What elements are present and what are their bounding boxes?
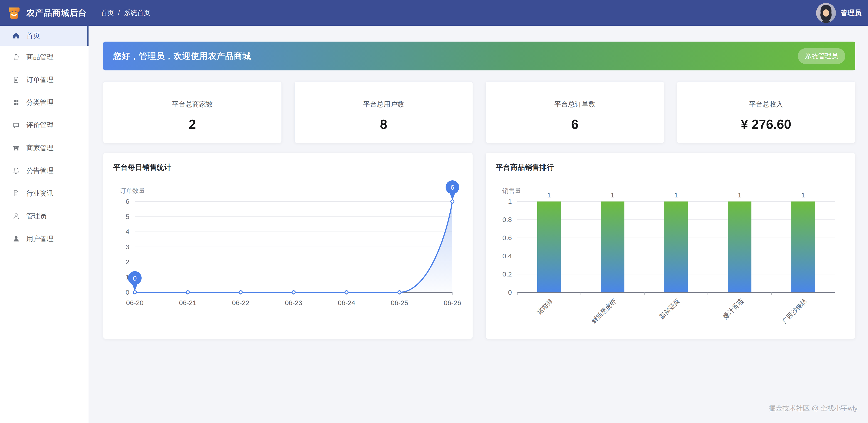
stat-card-merchant-total: 平台总商家数2	[103, 81, 282, 143]
svg-text:订单数量: 订单数量	[120, 187, 145, 194]
sidebar-item-label: 评价管理	[26, 121, 54, 130]
svg-text:销售量: 销售量	[502, 187, 521, 194]
svg-text:06-21: 06-21	[179, 299, 196, 307]
stat-label: 平台总订单数	[486, 100, 664, 109]
sidebar-item-categories[interactable]: 分类管理	[0, 91, 89, 114]
storefront-icon	[12, 144, 20, 152]
app-title: 农产品商城后台	[26, 7, 87, 19]
welcome-banner: 您好，管理员，欢迎使用农产品商城 系统管理员	[103, 41, 855, 70]
role-badge: 系统管理员	[798, 48, 845, 64]
stat-label: 平台总用户数	[294, 100, 473, 109]
user-avatar[interactable]	[816, 3, 836, 23]
svg-text:鲜活黑虎虾: 鲜活黑虎虾	[590, 298, 618, 325]
svg-text:爆汁番茄: 爆汁番茄	[722, 298, 745, 320]
sidebar-nav: 首页商品管理订单管理分类管理评价管理商家管理公告管理行业资讯管理员用户管理	[0, 26, 89, 423]
sidebar-item-label: 分类管理	[26, 98, 54, 107]
svg-text:0: 0	[126, 288, 129, 296]
svg-text:4: 4	[126, 228, 129, 235]
svg-text:6: 6	[126, 198, 129, 205]
watermark: 掘金技术社区 @ 全栈小宇wly	[769, 404, 858, 413]
top-header: 农产品商城后台 首页 / 系统首页 管理员	[0, 0, 868, 26]
sidebar-item-label: 行业资讯	[26, 189, 54, 198]
sidebar-item-orders[interactable]: 订单管理	[0, 68, 89, 91]
sidebar-item-label: 商品管理	[26, 53, 54, 62]
stats-row: 平台总商家数2平台总用户数8平台总订单数6平台总收入¥ 276.60	[103, 81, 855, 143]
welcome-message: 您好，管理员，欢迎使用农产品商城	[113, 51, 251, 62]
sidebar-item-label: 公告管理	[26, 166, 54, 175]
product-ranking-chart-card: 平台商品销售排行 00.20.40.60.81销售量11111猪前排鲜活黑虎虾新…	[486, 153, 855, 339]
svg-text:0.8: 0.8	[502, 216, 512, 223]
svg-text:新鲜菠菜: 新鲜菠菜	[658, 298, 681, 320]
sidebar-item-label: 管理员	[26, 212, 47, 221]
sidebar-item-users[interactable]: 用户管理	[0, 227, 89, 250]
sidebar-item-merchants[interactable]: 商家管理	[0, 137, 89, 159]
breadcrumb-home[interactable]: 首页	[101, 8, 114, 18]
svg-text:06-22: 06-22	[232, 299, 249, 307]
main-content: 您好，管理员，欢迎使用农产品商城 系统管理员 平台总商家数2平台总用户数8平台总…	[89, 26, 868, 423]
svg-text:06-26: 06-26	[444, 299, 461, 307]
svg-text:1: 1	[611, 191, 615, 199]
grid-icon	[12, 98, 20, 106]
sidebar-item-news[interactable]: 行业资讯	[0, 182, 89, 205]
svg-text:1: 1	[508, 198, 512, 205]
stat-card-user-total: 平台总用户数8	[294, 81, 473, 143]
user-filled-icon	[12, 235, 20, 243]
user-name[interactable]: 管理员	[840, 8, 862, 18]
daily-sales-line-chart: 0123456订单数量06-2006-2106-2206-2306-2406-2…	[113, 174, 463, 333]
daily-sales-chart-card: 平台每日销售统计 0123456订单数量06-2006-2106-2206-23…	[103, 153, 473, 339]
order-file-icon	[12, 76, 20, 84]
svg-text:0.2: 0.2	[502, 270, 512, 278]
sidebar-item-label: 订单管理	[26, 75, 54, 85]
svg-text:3: 3	[126, 243, 129, 251]
sidebar-item-reviews[interactable]: 评价管理	[0, 114, 89, 137]
svg-text:06-20: 06-20	[126, 299, 144, 307]
svg-text:0: 0	[133, 275, 137, 282]
svg-text:0: 0	[508, 288, 512, 296]
sidebar-item-label: 商家管理	[26, 143, 54, 153]
sidebar-item-home[interactable]: 首页	[0, 26, 89, 46]
sidebar-item-announcements[interactable]: 公告管理	[0, 159, 89, 182]
svg-text:1: 1	[547, 191, 551, 199]
shopping-bag-icon	[12, 53, 20, 61]
breadcrumb-current[interactable]: 系统首页	[124, 8, 150, 18]
svg-text:0.6: 0.6	[502, 234, 512, 242]
bar-chart-title: 平台商品销售排行	[496, 163, 845, 172]
sidebar-item-admins[interactable]: 管理员	[0, 205, 89, 227]
home-icon	[12, 32, 20, 39]
comment-icon	[12, 121, 20, 129]
sidebar-item-products[interactable]: 商品管理	[0, 46, 89, 68]
breadcrumb: 首页 / 系统首页	[101, 8, 150, 18]
stat-label: 平台总收入	[677, 100, 855, 109]
sidebar-item-label: 首页	[26, 31, 40, 40]
stat-label: 平台总商家数	[103, 100, 281, 109]
svg-text:广西沙糖桔: 广西沙糖桔	[781, 298, 808, 325]
stat-value: ¥ 276.60	[677, 117, 855, 132]
product-sales-bar-chart: 00.20.40.60.81销售量11111猪前排鲜活黑虎虾新鲜菠菜爆汁番茄广西…	[496, 174, 845, 333]
stat-card-order-total: 平台总订单数6	[486, 81, 664, 143]
svg-text:1: 1	[801, 191, 805, 199]
svg-text:猪前排: 猪前排	[536, 298, 554, 316]
news-file-icon	[12, 190, 20, 197]
stat-card-revenue-total: 平台总收入¥ 276.60	[677, 81, 856, 143]
app-logo-storefront-icon	[7, 6, 21, 20]
svg-text:0.4: 0.4	[502, 252, 512, 260]
sidebar-item-label: 用户管理	[26, 234, 54, 244]
stat-value: 2	[103, 117, 281, 132]
svg-text:06-23: 06-23	[285, 299, 302, 307]
svg-text:2: 2	[126, 258, 129, 265]
breadcrumb-separator: /	[118, 9, 120, 17]
stat-value: 8	[294, 117, 473, 132]
line-chart-title: 平台每日销售统计	[113, 163, 463, 172]
svg-text:1: 1	[674, 191, 678, 199]
bell-icon	[12, 167, 20, 174]
stat-value: 6	[486, 117, 664, 132]
svg-text:1: 1	[738, 191, 742, 199]
svg-text:5: 5	[126, 213, 129, 220]
svg-text:6: 6	[451, 184, 455, 191]
user-outline-icon	[12, 212, 20, 220]
charts-row: 平台每日销售统计 0123456订单数量06-2006-2106-2206-23…	[103, 153, 855, 339]
svg-text:06-24: 06-24	[338, 299, 355, 307]
svg-text:06-25: 06-25	[391, 299, 408, 307]
